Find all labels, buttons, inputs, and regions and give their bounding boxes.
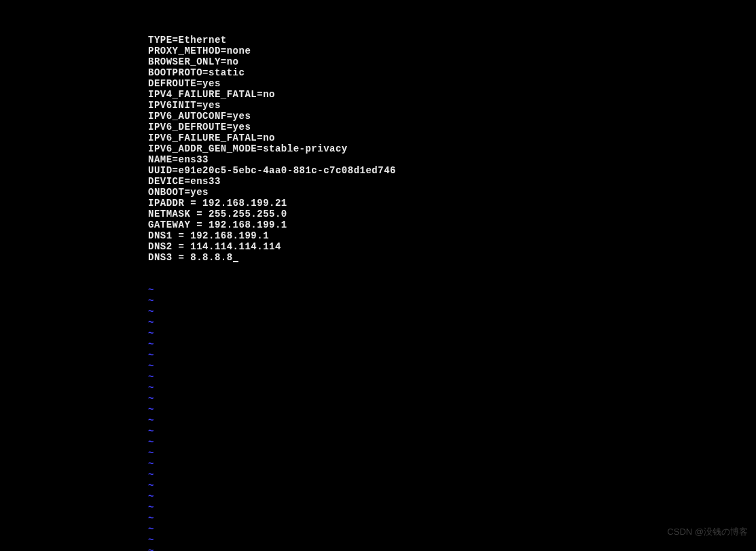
empty-line-marker: ~: [148, 415, 756, 426]
config-line: DNS2 = 114.114.114.114: [148, 241, 756, 252]
empty-line-marker: ~: [148, 469, 756, 480]
watermark-text: CSDN @没钱の博客: [667, 527, 748, 537]
empty-line-marker: ~: [148, 393, 756, 404]
empty-line-marker: ~: [148, 296, 756, 306]
config-line: IPADDR = 192.168.199.21: [148, 198, 756, 209]
empty-line-marker: ~: [148, 448, 756, 459]
config-line: DNS1 = 192.168.199.1: [148, 230, 756, 241]
config-line: BOOTPROTO=static: [148, 67, 756, 78]
config-content: TYPE=EthernetPROXY_METHOD=noneBROWSER_ON…: [148, 35, 756, 263]
config-line: IPV6_AUTOCONF=yes: [148, 111, 756, 122]
config-line: IPV6INIT=yes: [148, 100, 756, 111]
config-line: ONBOOT=yes: [148, 187, 756, 198]
cursor: [233, 261, 238, 262]
config-line: IPV6_ADDR_GEN_MODE=stable-privacy: [148, 143, 756, 154]
config-line: UUID=e91e20c5-5ebc-4aa0-881c-c7c08d1ed74…: [148, 165, 756, 176]
empty-line-marker: ~: [148, 317, 756, 328]
empty-line-marker: ~: [148, 285, 756, 296]
empty-line-marker: ~: [148, 546, 756, 551]
empty-line-marker: ~: [148, 513, 756, 524]
empty-line-marker: ~: [148, 437, 756, 448]
empty-line-marker: ~: [148, 491, 756, 502]
config-line: GATEWAY = 192.168.199.1: [148, 219, 756, 230]
empty-line-marker: ~: [148, 339, 756, 350]
empty-line-marker: ~: [148, 328, 756, 339]
empty-line-marker: ~: [148, 383, 756, 393]
config-line: IPV4_FAILURE_FATAL=no: [148, 89, 756, 100]
config-line: NAME=ens33: [148, 154, 756, 165]
config-line: BROWSER_ONLY=no: [148, 56, 756, 67]
empty-line-marker: ~: [148, 480, 756, 491]
config-line: TYPE=Ethernet: [148, 35, 756, 46]
empty-line-marker: ~: [148, 426, 756, 437]
empty-line-marker: ~: [148, 535, 756, 546]
empty-line-marker: ~: [148, 404, 756, 415]
config-line: IPV6_FAILURE_FATAL=no: [148, 132, 756, 143]
config-line: DEVICE=ens33: [148, 176, 756, 187]
empty-line-marker: ~: [148, 502, 756, 513]
empty-line-marker: ~: [148, 306, 756, 317]
config-line: IPV6_DEFROUTE=yes: [148, 122, 756, 132]
empty-line-marker: ~: [148, 459, 756, 469]
empty-line-marker: ~: [148, 524, 756, 535]
terminal-editor[interactable]: TYPE=EthernetPROXY_METHOD=noneBROWSER_ON…: [0, 0, 756, 551]
empty-lines: ~~~~~~~~~~~~~~~~~~~~~~~~~~: [148, 285, 756, 551]
config-line: NETMASK = 255.255.255.0: [148, 209, 756, 219]
empty-line-marker: ~: [148, 361, 756, 372]
config-line: DEFROUTE=yes: [148, 78, 756, 89]
empty-line-marker: ~: [148, 372, 756, 383]
empty-line-marker: ~: [148, 350, 756, 361]
config-line: DNS3 = 8.8.8.8: [148, 252, 756, 263]
config-line: PROXY_METHOD=none: [148, 46, 756, 56]
